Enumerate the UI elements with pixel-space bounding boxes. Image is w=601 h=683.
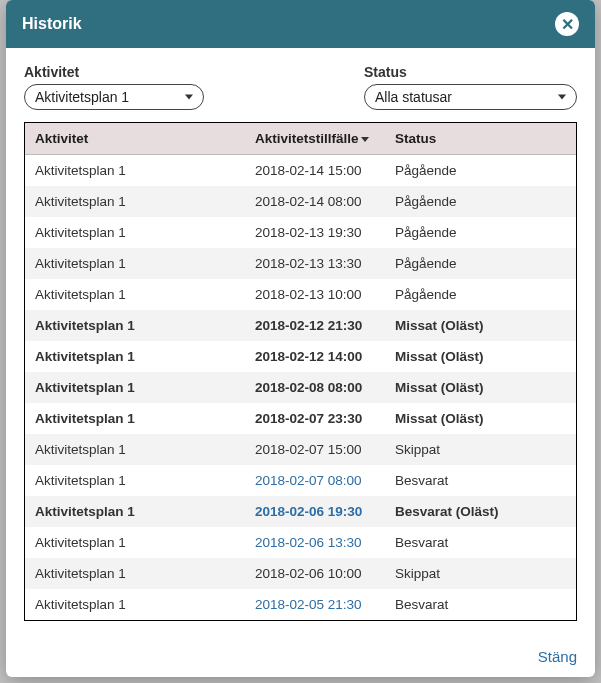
status-filter-label: Status [364,64,577,80]
cell-status: Besvarat [385,527,576,558]
cell-time: 2018-02-06 10:00 [245,558,385,589]
table-row[interactable]: Aktivitetsplan 12018-02-07 23:30Missat (… [25,403,576,434]
table-row[interactable]: Aktivitetsplan 12018-02-12 21:30Missat (… [25,310,576,341]
table-row[interactable]: Aktivitetsplan 12018-02-06 19:30Besvarat… [25,496,576,527]
cell-status: Pågående [385,248,576,279]
cell-time[interactable]: 2018-02-07 08:00 [245,465,385,496]
table-row[interactable]: Aktivitetsplan 12018-02-07 08:00Besvarat [25,465,576,496]
status-select-value: Alla statusar [375,89,452,105]
activity-filter-label: Aktivitet [24,64,204,80]
activity-select-value: Aktivitetsplan 1 [35,89,129,105]
status-filter-group: Status Alla statusar [364,64,577,110]
cell-status: Besvarat [385,589,576,620]
cell-activity: Aktivitetsplan 1 [25,372,245,403]
table-row[interactable]: Aktivitetsplan 12018-02-14 08:00Pågående [25,186,576,217]
cell-activity: Aktivitetsplan 1 [25,403,245,434]
chevron-down-icon [558,95,566,100]
cell-activity: Aktivitetsplan 1 [25,186,245,217]
column-header-activity[interactable]: Aktivitet [25,123,245,155]
cell-activity: Aktivitetsplan 1 [25,465,245,496]
cell-time: 2018-02-13 10:00 [245,279,385,310]
cell-time: 2018-02-13 13:30 [245,248,385,279]
column-header-status[interactable]: Status [385,123,576,155]
cell-activity: Aktivitetsplan 1 [25,496,245,527]
close-icon-button[interactable]: ✕ [555,12,579,36]
table-row[interactable]: Aktivitetsplan 12018-02-05 21:30Besvarat [25,589,576,620]
cell-activity: Aktivitetsplan 1 [25,341,245,372]
cell-status: Missat (Oläst) [385,310,576,341]
cell-activity: Aktivitetsplan 1 [25,558,245,589]
cell-time: 2018-02-13 19:30 [245,217,385,248]
cell-time: 2018-02-07 23:30 [245,403,385,434]
cell-status: Besvarat [385,465,576,496]
table-row[interactable]: Aktivitetsplan 12018-02-13 13:30Pågående [25,248,576,279]
cell-time: 2018-02-07 15:00 [245,434,385,465]
cell-activity: Aktivitetsplan 1 [25,589,245,620]
cell-time[interactable]: 2018-02-05 21:30 [245,589,385,620]
close-button[interactable]: Stäng [538,648,577,665]
cell-time: 2018-02-12 21:30 [245,310,385,341]
cell-status: Skippat [385,558,576,589]
modal-header: Historik ✕ [6,0,595,48]
cell-status: Missat (Oläst) [385,403,576,434]
cell-status: Pågående [385,279,576,310]
cell-time: 2018-02-08 08:00 [245,372,385,403]
sort-desc-icon [361,137,369,142]
table-row[interactable]: Aktivitetsplan 12018-02-06 13:30Besvarat [25,527,576,558]
table-row[interactable]: Aktivitetsplan 12018-02-13 19:30Pågående [25,217,576,248]
filters-row: Aktivitet Aktivitetsplan 1 Status Alla s… [24,64,577,110]
cell-status: Pågående [385,186,576,217]
table-row[interactable]: Aktivitetsplan 12018-02-08 08:00Missat (… [25,372,576,403]
activity-filter-group: Aktivitet Aktivitetsplan 1 [24,64,204,110]
cell-activity: Aktivitetsplan 1 [25,310,245,341]
cell-activity: Aktivitetsplan 1 [25,248,245,279]
table-row[interactable]: Aktivitetsplan 12018-02-07 15:00Skippat [25,434,576,465]
column-header-time[interactable]: Aktivitetstillfälle [245,123,385,155]
cell-activity: Aktivitetsplan 1 [25,217,245,248]
modal-body: Aktivitet Aktivitetsplan 1 Status Alla s… [6,48,595,642]
cell-activity: Aktivitetsplan 1 [25,434,245,465]
cell-activity: Aktivitetsplan 1 [25,155,245,187]
table-header-row: Aktivitet Aktivitetstillfälle Status [25,123,576,155]
cell-status: Missat (Oläst) [385,372,576,403]
modal-title: Historik [22,15,82,33]
history-table: Aktivitet Aktivitetstillfälle Status Akt… [25,123,576,620]
modal-footer: Stäng [6,642,595,677]
status-select[interactable]: Alla statusar [364,84,577,110]
cell-status: Besvarat (Oläst) [385,496,576,527]
cell-activity: Aktivitetsplan 1 [25,279,245,310]
cell-status: Pågående [385,155,576,187]
cell-status: Missat (Oläst) [385,341,576,372]
activity-select[interactable]: Aktivitetsplan 1 [24,84,204,110]
table-row[interactable]: Aktivitetsplan 12018-02-14 15:00Pågående [25,155,576,187]
cell-time[interactable]: 2018-02-06 19:30 [245,496,385,527]
cell-status: Pågående [385,217,576,248]
table-row[interactable]: Aktivitetsplan 12018-02-13 10:00Pågående [25,279,576,310]
history-table-wrap: Aktivitet Aktivitetstillfälle Status Akt… [24,122,577,621]
cell-time[interactable]: 2018-02-06 13:30 [245,527,385,558]
cell-activity: Aktivitetsplan 1 [25,527,245,558]
history-modal: Historik ✕ Aktivitet Aktivitetsplan 1 St… [6,0,595,677]
close-icon: ✕ [561,15,574,34]
cell-time: 2018-02-14 08:00 [245,186,385,217]
cell-time: 2018-02-12 14:00 [245,341,385,372]
chevron-down-icon [185,95,193,100]
cell-status: Skippat [385,434,576,465]
table-row[interactable]: Aktivitetsplan 12018-02-12 14:00Missat (… [25,341,576,372]
cell-time: 2018-02-14 15:00 [245,155,385,187]
table-row[interactable]: Aktivitetsplan 12018-02-06 10:00Skippat [25,558,576,589]
